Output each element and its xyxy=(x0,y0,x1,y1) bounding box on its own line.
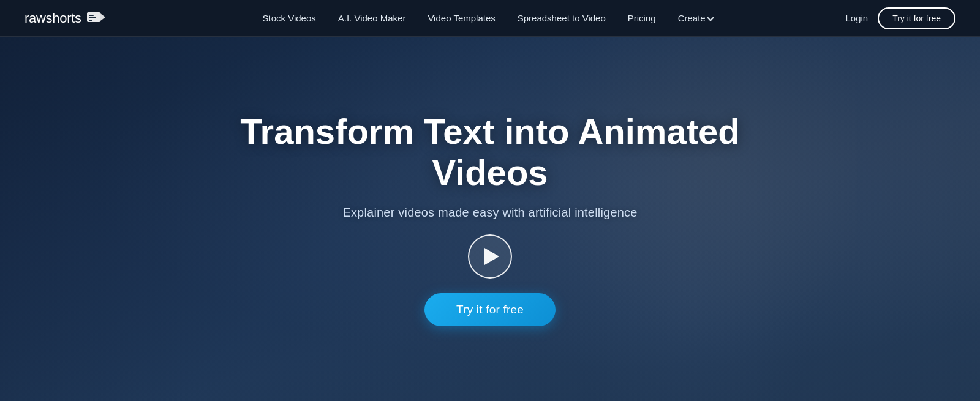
logo-icon xyxy=(87,11,105,26)
nav-link-spreadsheet-to-video[interactable]: Spreadsheet to Video xyxy=(509,8,614,28)
login-link[interactable]: Login xyxy=(845,13,868,23)
hero-section: Transform Text into Animated Videos Expl… xyxy=(0,37,980,401)
svg-rect-4 xyxy=(89,20,92,21)
hero-title: Transform Text into Animated Videos xyxy=(214,111,766,193)
nav-link-stock-videos[interactable]: Stock Videos xyxy=(254,8,324,28)
nav-link-pricing[interactable]: Pricing xyxy=(619,8,665,28)
svg-rect-2 xyxy=(89,15,94,16)
hero-subtitle: Explainer videos made easy with artifici… xyxy=(342,206,637,220)
logo[interactable]: rawshorts xyxy=(24,10,105,26)
play-icon xyxy=(484,248,499,265)
play-button[interactable] xyxy=(468,234,512,279)
create-chevron-icon xyxy=(707,14,714,21)
logo-text: rawshorts xyxy=(24,10,81,26)
nav-actions: Login Try it for free xyxy=(845,7,956,29)
try-free-hero-button[interactable]: Try it for free xyxy=(424,293,556,326)
svg-marker-1 xyxy=(100,13,105,21)
nav-links: Stock Videos A.I. Video Maker Video Temp… xyxy=(130,8,846,28)
try-free-nav-button[interactable]: Try it for free xyxy=(878,7,956,29)
hero-content: Transform Text into Animated Videos Expl… xyxy=(214,111,766,326)
nav-link-video-templates[interactable]: Video Templates xyxy=(419,8,503,28)
nav-link-create[interactable]: Create xyxy=(669,8,722,28)
svg-rect-3 xyxy=(89,17,96,18)
nav-link-ai-video-maker[interactable]: A.I. Video Maker xyxy=(330,8,415,28)
navbar: rawshorts Stock Videos A.I. Video Maker … xyxy=(0,0,980,37)
